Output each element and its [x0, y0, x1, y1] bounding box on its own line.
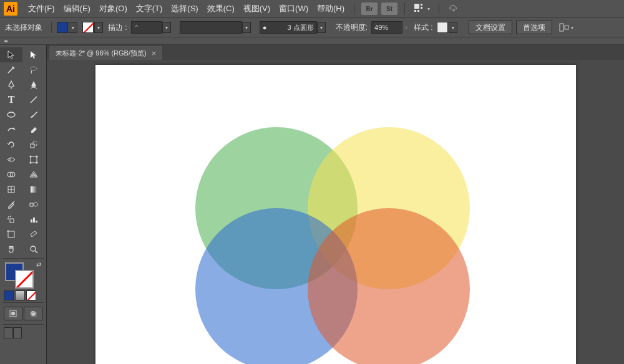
tool-shape-builder[interactable] [0, 167, 22, 182]
cloud-sync-icon[interactable] [448, 2, 459, 16]
color-mode-row [0, 290, 46, 301]
document-setup-button[interactable]: 文档设置 [469, 21, 512, 34]
svg-line-9 [31, 97, 37, 103]
double-chevron-left-icon: ◂◂ [4, 38, 6, 44]
tool-type[interactable]: T [0, 92, 22, 107]
tool-eyedropper[interactable] [0, 197, 22, 212]
svg-point-8 [31, 67, 37, 70]
tool-width[interactable] [0, 152, 22, 167]
tool-selection[interactable] [0, 47, 22, 62]
draw-mode-row [0, 304, 46, 323]
svg-rect-24 [31, 186, 37, 193]
menu-type[interactable]: 文字(T) [132, 0, 167, 17]
screen-mode-button[interactable] [13, 327, 22, 338]
fill-stroke-control[interactable]: ⇄ [0, 260, 46, 290]
arrange-documents-icon[interactable]: ▾ [414, 3, 430, 14]
tool-lasso[interactable] [22, 62, 45, 77]
stroke-color-box[interactable] [15, 270, 34, 289]
stroke-weight-dropdown[interactable]: ▾ [162, 22, 171, 33]
tool-eraser[interactable] [22, 122, 45, 137]
tool-curvature[interactable] [22, 77, 45, 92]
tool-free-transform[interactable] [22, 152, 45, 167]
swap-fill-stroke-icon[interactable]: ⇄ [36, 261, 41, 268]
color-mode-gradient[interactable] [15, 290, 25, 300]
svg-point-41 [31, 311, 36, 316]
menu-edit[interactable]: 编辑(E) [59, 0, 95, 17]
tool-pen[interactable] [0, 77, 22, 92]
tool-rotate[interactable] [0, 137, 22, 152]
chevron-down-icon: ▾ [427, 6, 430, 12]
separator [404, 3, 405, 14]
svg-rect-0 [414, 4, 419, 9]
svg-point-28 [8, 216, 9, 218]
svg-point-29 [10, 216, 11, 217]
tool-mesh[interactable] [0, 182, 22, 197]
menu-object[interactable]: 对象(O) [95, 0, 132, 17]
tool-direct-selection[interactable] [22, 47, 45, 62]
tool-gradient[interactable] [22, 182, 45, 197]
artwork-circle[interactable] [308, 208, 470, 364]
stroke-weight-input[interactable]: ⌃ [131, 21, 162, 34]
menu-effect[interactable]: 效果(C) [203, 0, 239, 17]
svg-rect-33 [36, 221, 37, 223]
fill-swatch[interactable] [57, 22, 68, 33]
color-mode-none[interactable] [26, 290, 36, 300]
tool-column-graph[interactable] [22, 212, 45, 227]
stock-icon[interactable]: St [381, 2, 397, 15]
color-mode-solid[interactable] [4, 290, 14, 300]
fill-dropdown[interactable]: ▾ [69, 22, 77, 33]
tool-paintbrush[interactable] [22, 107, 45, 122]
svg-point-10 [7, 112, 15, 117]
tool-pencil[interactable] [0, 122, 22, 137]
svg-rect-27 [10, 219, 14, 223]
artwork-svg [95, 65, 576, 364]
artboard[interactable] [95, 65, 576, 364]
bridge-icon[interactable]: Br [361, 2, 378, 15]
screen-mode-button[interactable] [4, 327, 12, 338]
brush-dropdown[interactable]: ▾ [317, 22, 326, 33]
profile-dropdown[interactable]: ▾ [242, 22, 251, 33]
separator [2, 324, 44, 325]
opacity-input[interactable]: 49% [371, 21, 402, 34]
main-area: T [0, 45, 624, 364]
canvas-viewport[interactable] [47, 60, 624, 364]
tool-blend[interactable] [22, 197, 45, 212]
tool-symbol-sprayer[interactable] [0, 212, 22, 227]
align-icon[interactable]: ▾ [558, 22, 573, 32]
tool-magic-wand[interactable] [0, 62, 22, 77]
document-tab[interactable]: 未标题-2* @ 96% (RGB/预览) × [49, 46, 162, 60]
svg-point-26 [34, 203, 37, 206]
menu-window[interactable]: 窗口(W) [275, 0, 313, 17]
tool-ellipse[interactable] [0, 107, 22, 122]
stroke-swatch[interactable] [82, 22, 94, 33]
stroke-dropdown[interactable]: ▾ [94, 22, 103, 33]
tool-perspective-grid[interactable] [22, 167, 45, 182]
menu-file[interactable]: 文件(F) [24, 0, 59, 17]
svg-point-37 [31, 246, 36, 251]
opacity-flyout-icon[interactable]: › [405, 23, 407, 32]
selection-status-label: 未选择对象 [5, 22, 42, 33]
tool-zoom[interactable] [22, 242, 45, 257]
separator [439, 3, 439, 14]
tool-slice[interactable] [22, 227, 45, 242]
tool-artboard[interactable] [0, 227, 22, 242]
brush-definition[interactable]: ● 3 点圆形 [260, 21, 317, 34]
panel-collapse-bar[interactable]: ◂◂ [0, 37, 624, 45]
preferences-button[interactable]: 首选项 [516, 21, 552, 34]
style-dropdown[interactable]: ▾ [449, 22, 457, 33]
svg-point-16 [36, 156, 38, 158]
variable-width-profile[interactable] [180, 21, 242, 34]
menu-select[interactable]: 选择(S) [167, 0, 202, 17]
tool-hand[interactable] [0, 242, 22, 257]
draw-normal[interactable] [4, 307, 22, 320]
graphic-style-swatch[interactable] [437, 22, 448, 33]
tool-scale[interactable] [22, 137, 45, 152]
opacity-label: 不透明度: [336, 22, 368, 33]
tool-line-segment[interactable] [22, 92, 45, 107]
menu-help[interactable]: 帮助(H) [313, 0, 349, 17]
menu-view[interactable]: 视图(V) [239, 0, 275, 17]
app-logo: Ai [4, 2, 17, 16]
draw-behind[interactable] [24, 307, 42, 320]
close-tab-icon[interactable]: × [152, 49, 157, 58]
svg-rect-3 [414, 10, 416, 12]
